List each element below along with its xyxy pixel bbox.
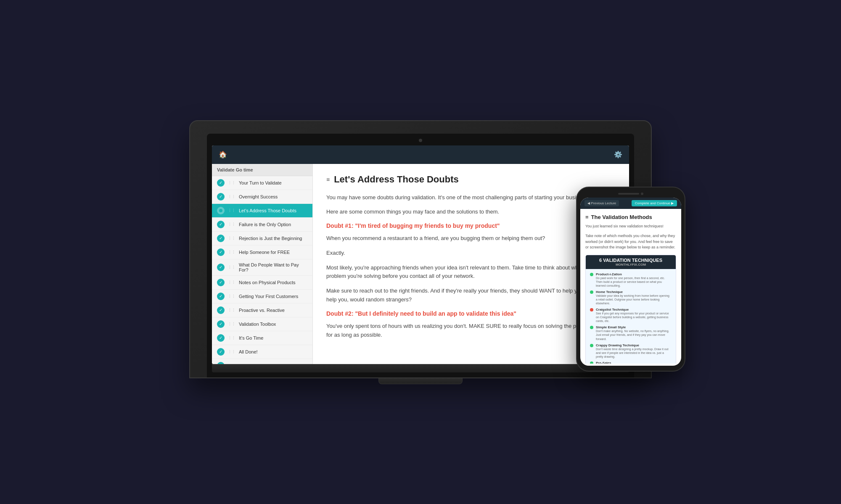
phone-menu-icon: ≡ <box>585 214 589 220</box>
sidebar-item-label: Notes on Physical Products <box>239 280 296 285</box>
technique-name: Product-i-Zation <box>596 272 672 276</box>
sidebar-item-what-people[interactable]: ✓⋮⋮What Do People Want to Pay For? <box>212 259 312 276</box>
phone-continue-button[interactable]: Complete and Continue ▶ <box>632 200 677 206</box>
phone-outer: ◀ Previous Lecture Complete and Continue… <box>576 187 685 372</box>
technique-desc: See if you get any responses for your pr… <box>596 311 672 323</box>
check-icon: ✓ <box>217 221 225 228</box>
sidebar-item-validation-toolbox[interactable]: ✓⋮⋮Validation Toolbox <box>212 317 312 331</box>
check-icon: ✓ <box>217 320 225 328</box>
doubt1-body2: Exactly. <box>326 249 616 258</box>
phone-content: ≡ The Validation Methods You just learne… <box>580 209 681 364</box>
sidebar-item-notes-physical[interactable]: ✓⋮⋮Notes on Physical Products <box>212 276 312 290</box>
phone-prev-button[interactable]: ◀ Previous Lecture <box>584 200 619 206</box>
technique-dot <box>590 344 593 347</box>
drag-icon: ⋮⋮ <box>228 280 235 285</box>
menu-icon: ≡ <box>326 176 330 183</box>
check-icon: ✓ <box>217 235 225 242</box>
technique-item: Simple Email StyleDon't make anything. N… <box>590 325 672 340</box>
sidebar: Validate Go time ✓⋮⋮Your Turn to Validat… <box>212 164 313 364</box>
screen-bezel: 🏠 ⚙️ Validate Go time ✓⋮⋮Your Turn to Va… <box>207 134 634 377</box>
technique-item: Craigslist TechniqueSee if you get any r… <box>590 308 672 323</box>
technique-name: Pre-Sales <box>596 361 672 364</box>
drag-icon: ⋮⋮ <box>228 222 235 227</box>
sidebar-item-label: What Do People Want to Pay For? <box>239 262 307 272</box>
phone-intro: You just learned six new validation tech… <box>585 224 676 230</box>
sidebar-item-label: Your Turn to Validate <box>239 180 282 185</box>
sidebar-item-label: Help Someone for FREE <box>239 250 290 255</box>
phone-camera-area <box>580 193 681 195</box>
drag-icon: ⋮⋮ <box>228 195 235 199</box>
technique-dot <box>590 273 593 276</box>
check-icon: ✓ <box>217 193 225 201</box>
technique-desc: Don't waste time designing a pretty mock… <box>596 347 672 359</box>
sidebar-header: Validate Go time <box>212 164 312 176</box>
technique-dot <box>590 326 593 329</box>
sidebar-item-go-time[interactable]: ✓⋮⋮It's Go Time <box>212 331 312 345</box>
drag-icon: ⋮⋮ <box>228 250 235 254</box>
sidebar-item-your-turn[interactable]: ✓⋮⋮Your Turn to Validate <box>212 176 312 190</box>
check-icon: ✓ <box>217 362 225 364</box>
doubt1-body1: When you recommend a restaurant to a fri… <box>326 234 616 243</box>
sidebar-item-label: All Done! <box>239 349 258 354</box>
check-icon: ✓ <box>217 279 225 286</box>
technique-desc: Do paid work for one person, then find a… <box>596 276 672 288</box>
check-icon: ✓ <box>217 293 225 300</box>
phone-camera-dot <box>641 193 643 195</box>
top-bar: 🏠 ⚙️ <box>212 145 629 164</box>
home-icon[interactable]: 🏠 <box>219 150 227 158</box>
sidebar-item-failure[interactable]: ✓⋮⋮Failure is the Only Option <box>212 218 312 232</box>
sidebar-item-validated[interactable]: ✓⋮⋮Validated! <box>212 359 312 364</box>
sidebar-item-help-someone[interactable]: ✓⋮⋮Help Someone for FREE <box>212 245 312 259</box>
sidebar-item-first-customers[interactable]: ✓⋮⋮Getting Your First Customers <box>212 290 312 303</box>
sidebar-item-all-done[interactable]: ✓⋮⋮All Done! <box>212 345 312 359</box>
camera-dot <box>419 139 422 142</box>
check-icon: ✓ <box>217 306 225 314</box>
sidebar-item-overnight[interactable]: ✓⋮⋮Overnight Success <box>212 190 312 204</box>
drag-icon: ⋮⋮ <box>228 350 235 354</box>
phone-body: Take note of which methods you chose, an… <box>585 233 676 251</box>
sidebar-item-label: It's Go Time <box>239 335 263 340</box>
phone-overlay: ◀ Previous Lecture Complete and Continue… <box>576 187 685 372</box>
doubt1-heading: Doubt #1: "I'm tired of bugging my frien… <box>326 222 616 229</box>
technique-item: Product-i-ZationDo paid work for one per… <box>590 272 672 288</box>
laptop-wrapper: 🏠 ⚙️ Validate Go time ✓⋮⋮Your Turn to Va… <box>189 120 652 384</box>
check-icon: ✓ <box>217 179 225 187</box>
sidebar-item-rejection[interactable]: ✓⋮⋮Rejection is Just the Beginning <box>212 232 312 245</box>
technique-item: Pre-SalesGet people to commit money befo… <box>590 361 672 364</box>
doubt2-body1: You've only spent tons of hours with us … <box>326 322 616 340</box>
sidebar-item-proactive[interactable]: ✓⋮⋮Proactive vs. Reactive <box>212 303 312 317</box>
technique-name: Home Technique <box>596 290 672 294</box>
content-body: You may have some doubts during validati… <box>326 193 616 340</box>
technique-item: Home TechniqueValidate your idea by work… <box>590 290 672 305</box>
validation-card: 6 VALIDATION TECHNIQUES MONTHLYFIX.COM P… <box>585 255 676 364</box>
sidebar-item-label: Proactive vs. Reactive <box>239 308 285 313</box>
laptop-base <box>212 364 629 372</box>
technique-desc: Don't make anything. No website, no flye… <box>596 329 672 340</box>
drag-icon: ⋮⋮ <box>228 336 235 340</box>
sidebar-item-label: Validation Toolbox <box>239 322 276 327</box>
sidebar-item-label: Failure is the Only Option <box>239 222 291 227</box>
check-icon: ✓ <box>217 348 225 356</box>
intro-p2: Here are some common things you may face… <box>326 208 616 216</box>
sidebar-item-lets-address[interactable]: ⋮⋮Let's Address Those Doubts <box>212 204 312 218</box>
sidebar-item-label: Validated! <box>239 363 259 364</box>
check-icon: ✓ <box>217 334 225 342</box>
technique-item: Crappy Drawing TechniqueDon't waste time… <box>590 343 672 359</box>
technique-dot <box>590 362 593 364</box>
technique-desc: Validate your idea by working from home … <box>596 294 672 305</box>
check-icon: ✓ <box>217 248 225 256</box>
drag-icon: ⋮⋮ <box>228 208 235 213</box>
phone-screen: ◀ Previous Lecture Complete and Continue… <box>580 198 681 366</box>
drag-icon: ⋮⋮ <box>228 294 235 298</box>
technique-name: Crappy Drawing Technique <box>596 343 672 347</box>
drag-icon: ⋮⋮ <box>228 236 235 240</box>
check-icon <box>217 207 225 214</box>
drag-icon: ⋮⋮ <box>228 181 235 185</box>
sidebar-item-label: Rejection is Just the Beginning <box>239 236 302 241</box>
technique-name: Simple Email Style <box>596 325 672 329</box>
laptop-stand <box>378 378 463 384</box>
doubt2-heading: Doubt #2: "But I definitely need to buil… <box>326 310 616 317</box>
doubt1-body3: Most likely, you're approaching friends … <box>326 264 616 281</box>
drag-icon: ⋮⋮ <box>228 308 235 312</box>
settings-icon[interactable]: ⚙️ <box>614 150 622 158</box>
